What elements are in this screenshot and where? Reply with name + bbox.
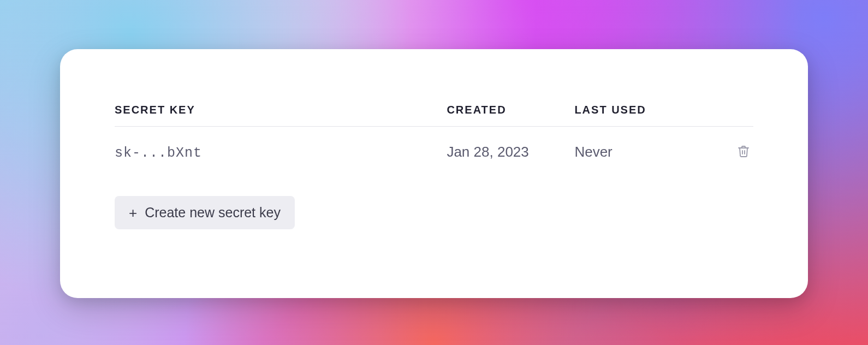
header-last-used: LAST USED [574,104,715,127]
create-new-key-button[interactable]: + Create new secret key [115,196,295,229]
delete-key-button[interactable] [734,141,753,163]
header-actions [715,104,753,127]
created-value: Jan 28, 2023 [447,144,528,160]
create-button-label: Create new secret key [145,205,281,221]
header-created: CREATED [447,104,574,127]
trash-icon [737,144,750,160]
last-used-value: Never [574,144,612,160]
plus-icon: + [129,206,137,220]
secret-key-value: sk-...bXnt [115,145,202,161]
api-keys-card: SECRET KEY CREATED LAST USED sk-...bXnt … [60,49,808,298]
header-secret-key: SECRET KEY [115,104,447,127]
table-row: sk-...bXnt Jan 28, 2023 Never [115,127,753,178]
api-keys-table: SECRET KEY CREATED LAST USED sk-...bXnt … [115,104,753,243]
table-row: + Create new secret key [115,177,753,243]
